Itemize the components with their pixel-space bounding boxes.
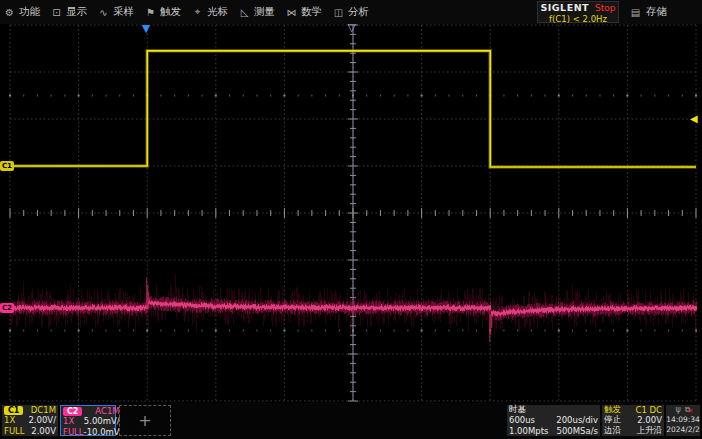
save-icon: ▤ [630,7,641,18]
graticule-canvas[interactable] [0,24,702,403]
cursor-icon: ⌖ [192,6,203,18]
plus-icon: + [138,411,151,430]
oscilloscope-screen: ⚙功能⊡显示∿采样⚑触发⌖光标◺测量⋈数学◫分析 SIGLENT Stop f(… [0,0,702,439]
c1-probe: 1X [4,415,25,425]
trigger-descriptor[interactable]: 触发 C1 DC 停止 2.00V 边沿 上升沿 [602,405,664,436]
menu-item-display[interactable]: ⊡显示 [51,5,98,19]
c2-offset: -10.0mV [84,427,120,437]
function-icon: ⚙ [4,7,15,18]
menu-item-math[interactable]: ⋈数学 [286,5,333,19]
siglent-logo: SIGLENT [540,3,589,13]
menu-items: ⚙功能⊡显示∿采样⚑触发⌖光标◺测量⋈数学◫分析 [4,0,380,24]
c1-offset: 2.00V [25,426,56,436]
menu-item-label: 数学 [301,5,322,19]
clock-time: 14:09:34 [666,415,700,425]
c1-scale: 2.00V/ [25,415,56,425]
trigger-source: C1 DC [621,405,662,415]
add-channel-button[interactable]: + [119,405,171,436]
frequency-counter: f(C1) < 2.0Hz [538,14,618,24]
c1-bandwidth: FULL [4,426,25,436]
timebase-memory: 1.00Mpts [509,426,548,436]
menu-item-label: 触发 [160,5,181,19]
menu-item-cursor[interactable]: ⌖光标 [192,5,239,19]
status-bar: C1 DC1M 1X 2.00V/ FULL 2.00V C2 AC1M 1X … [0,403,702,439]
menu-item-save[interactable]: ▤ 存储 [630,0,667,24]
c1-badge: C1 [4,406,23,415]
trigger-level-marker[interactable]: ◀ [690,114,698,124]
menu-item-label: 采样 [113,5,134,19]
timebase-sample-rate: 500MSa/s [548,426,598,436]
c1-position-marker[interactable]: C1 [0,161,14,171]
usb-icon: ψ [676,405,681,415]
acquisition-status-panel[interactable]: SIGLENT Stop f(C1) < 2.0Hz [537,1,619,23]
timebase-title: 时基 [509,404,548,416]
timebase-scale: 200us/div [548,415,598,425]
menu-item-trigger[interactable]: ⚑触发 [145,5,192,19]
clock-date: 2024/2/2 [666,425,700,435]
menu-item-label: 存储 [646,5,667,19]
menu-item-measure[interactable]: ◺测量 [239,5,286,19]
trigger-slope: 上升沿 [621,425,662,437]
trigger-delay-marker[interactable]: ▼ [142,23,150,34]
c2-coupling: AC1M [84,406,120,416]
datetime-panel[interactable]: ψ ⧉✕ 14:09:34 2024/2/2 [666,405,700,436]
menu-item-label: 测量 [254,5,275,19]
acquisition-status: Stop [595,3,615,13]
menu-item-label: 功能 [19,5,40,19]
trigger-type: 边沿 [604,425,621,437]
channel-c1-descriptor[interactable]: C1 DC1M 1X 2.00V/ FULL 2.00V [2,405,58,436]
trigger-icon: ⚑ [145,7,156,18]
menu-item-acquire[interactable]: ∿采样 [98,5,145,19]
c2-position-marker[interactable]: C2 [0,303,14,313]
lan-error-icon: ✕ [688,406,694,416]
math-icon: ⋈ [286,7,297,18]
menu-item-label: 显示 [66,5,87,19]
menu-item-analyze[interactable]: ◫分析 [333,5,380,19]
waveform-display: ▼ ▽ ◀ C1 C2 [0,24,702,403]
menu-item-function[interactable]: ⚙功能 [4,5,51,19]
trigger-position-marker[interactable]: ▽ [348,22,356,33]
c1-coupling: DC1M [25,405,56,415]
display-icon: ⊡ [51,7,62,18]
c2-badge: C2 [63,407,82,416]
menu-item-label: 分析 [348,5,369,19]
c2-scale: 5.00mV/ [84,416,120,426]
channel-c2-descriptor[interactable]: C2 AC1M 1X 5.00mV/ FULL -10.0mV [60,405,116,436]
menu-item-label: 光标 [207,5,228,19]
acquire-icon: ∿ [98,7,109,18]
measure-icon: ◺ [239,7,250,18]
timebase-descriptor[interactable]: 时基 600us 200us/div 1.00Mpts 500MSa/s [507,405,600,436]
analyze-icon: ◫ [333,7,344,18]
c2-bandwidth: FULL [63,427,84,437]
c2-probe: 1X [63,416,84,426]
timebase-delay: 600us [509,415,548,425]
lan-icon: ⧉✕ [685,405,691,415]
